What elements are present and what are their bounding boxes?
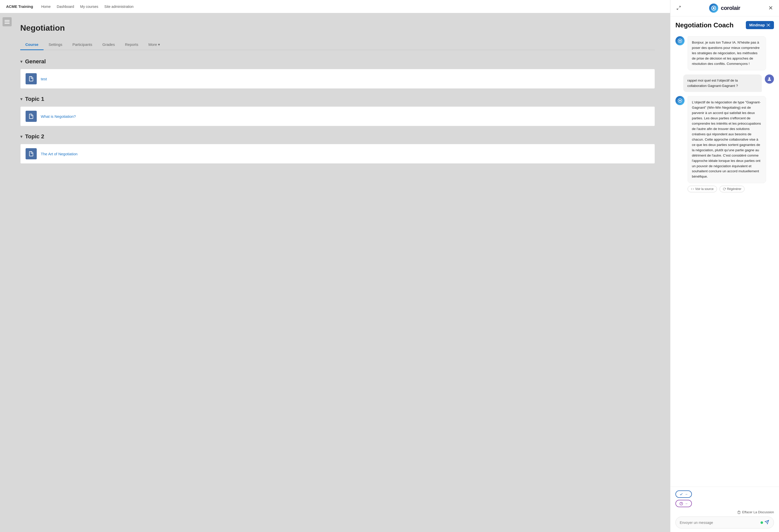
logo-circle — [709, 4, 718, 13]
rp-logo: corolair — [709, 4, 740, 13]
nav-dashboard[interactable]: Dashboard — [57, 5, 74, 9]
chevron-general-icon: ▾ — [20, 59, 22, 64]
svg-point-20 — [679, 100, 681, 102]
action-btn-row-2: → — [675, 500, 774, 507]
nav-my-courses[interactable]: My courses — [80, 5, 99, 9]
course-item-what-is-negotiation[interactable]: What is Negotiation? — [20, 106, 655, 126]
svg-line-14 — [767, 25, 768, 26]
svg-line-3 — [679, 6, 680, 7]
user-message-1-text: rappel moi quel est l'objectif de la col… — [687, 78, 738, 87]
message-user-1: rappel moi quel est l'objectif de la col… — [675, 74, 774, 92]
bubble-ai-2: L'objectif de la négociation de type "Ga… — [687, 96, 766, 183]
section-topic1-title: Topic 1 — [25, 96, 44, 102]
course-item-what-icon — [25, 111, 37, 122]
clear-chat-label: Effacer La Discussion — [742, 510, 774, 514]
chat-area: Bonjour, je suis ton Tuteur IA. N'hésite… — [670, 32, 779, 487]
message-ai-2: L'objectif de la négociation de type "Ga… — [675, 96, 774, 192]
svg-point-17 — [679, 40, 681, 42]
expand-button[interactable] — [675, 5, 682, 12]
ai-message-2-text: L'objectif de la négociation de type "Ga… — [692, 100, 761, 178]
course-item-art-icon — [25, 148, 37, 159]
svg-rect-0 — [5, 20, 10, 21]
svg-line-4 — [677, 8, 678, 9]
logo-text: corolair — [721, 5, 740, 11]
sidebar-toggle[interactable] — [3, 17, 12, 26]
svg-rect-1 — [5, 21, 10, 22]
svg-point-7 — [768, 24, 769, 25]
quick-actions: → → — [675, 490, 774, 507]
regenerate-button[interactable]: Régénérer — [719, 186, 745, 192]
course-item-art-of-negotiation[interactable]: The Art of Negotiation — [20, 144, 655, 164]
tab-more[interactable]: More ▾ — [143, 40, 165, 50]
tab-participants[interactable]: Participants — [67, 40, 97, 50]
tab-reports[interactable]: Reports — [120, 40, 143, 50]
section-general: ▾ General test — [20, 58, 655, 88]
send-button[interactable] — [764, 519, 770, 526]
mindmap-button[interactable]: Mindmap — [746, 21, 774, 29]
top-nav: ACME Training Home Dashboard My courses … — [0, 0, 670, 13]
coach-title-row: Negotiation Coach Mindmap — [670, 16, 779, 32]
section-topic1: ▾ Topic 1 What is Negotiation? — [20, 96, 655, 126]
close-button[interactable]: ✕ — [767, 4, 774, 12]
message-actions: Voir la source Régénérer — [687, 186, 766, 192]
site-name: ACME Training — [6, 4, 33, 9]
clear-chat-row: Effacer La Discussion — [675, 510, 774, 514]
section-topic2-header: ▾ Topic 2 — [20, 133, 655, 140]
quick-action-purple[interactable]: → — [675, 500, 692, 507]
section-topic1-header: ▾ Topic 1 — [20, 96, 655, 102]
section-general-header: ▾ General — [20, 58, 655, 65]
svg-rect-2 — [5, 23, 10, 24]
quick-action-purple-arrow: → — [684, 501, 688, 506]
ai-avatar-1 — [675, 36, 684, 45]
rp-header: corolair ✕ — [670, 0, 779, 16]
chevron-topic1-icon: ▾ — [20, 96, 22, 102]
svg-point-18 — [769, 77, 770, 79]
course-item-test-label: test — [41, 77, 47, 81]
nav-links: Home Dashboard My courses Site administr… — [41, 5, 134, 9]
section-topic2: ▾ Topic 2 The Art of Negotiation — [20, 133, 655, 164]
tabs: Course Settings Participants Grades Repo… — [20, 40, 655, 50]
bubble-ai-1: Bonjour, je suis ton Tuteur IA. N'hésite… — [687, 36, 766, 70]
message-input[interactable] — [680, 521, 761, 525]
section-topic2-title: Topic 2 — [25, 133, 44, 140]
ai-message-1-text: Bonjour, je suis ton Tuteur IA. N'hésite… — [692, 41, 760, 66]
coach-title: Negotiation Coach — [675, 21, 734, 29]
rp-bottom: → → Effa — [670, 487, 779, 532]
regenerate-btn-label: Régénérer — [727, 187, 741, 191]
tab-settings[interactable]: Settings — [44, 40, 67, 50]
ai-avatar-2 — [675, 96, 684, 105]
source-btn-label: Voir la source — [695, 187, 714, 191]
action-btn-row-1: → — [675, 490, 774, 498]
tab-course[interactable]: Course — [20, 40, 44, 50]
user-avatar — [765, 74, 774, 83]
svg-point-6 — [713, 7, 714, 9]
mindmap-label: Mindmap — [750, 23, 765, 27]
status-dot — [761, 521, 763, 524]
chevron-topic2-icon: ▾ — [20, 134, 22, 139]
bubble-user-1: rappel moi quel est l'objectif de la col… — [683, 74, 762, 92]
course-item-test[interactable]: test — [20, 69, 655, 88]
message-ai-1: Bonjour, je suis ton Tuteur IA. N'hésite… — [675, 36, 774, 70]
main-content: Negotiation Course Settings Participants… — [0, 13, 670, 532]
tab-grades[interactable]: Grades — [97, 40, 120, 50]
voir-source-button[interactable]: Voir la source — [687, 186, 717, 192]
section-general-title: General — [25, 58, 46, 65]
course-item-test-icon — [25, 73, 37, 84]
message-input-row — [675, 517, 774, 528]
quick-action-blue-arrow: → — [684, 492, 688, 496]
nav-site-admin[interactable]: Site administration — [104, 5, 133, 9]
quick-action-blue[interactable]: → — [675, 490, 692, 498]
nav-home[interactable]: Home — [41, 5, 51, 9]
right-panel: corolair ✕ Negotiation Coach Mindmap — [670, 0, 779, 532]
left-panel: ACME Training Home Dashboard My courses … — [0, 0, 670, 532]
svg-line-15 — [768, 25, 770, 26]
page-title: Negotiation — [20, 23, 655, 33]
course-item-art-label: The Art of Negotiation — [41, 152, 77, 156]
clear-chat-button[interactable]: Effacer La Discussion — [737, 510, 774, 514]
course-item-what-label: What is Negotiation? — [41, 114, 76, 119]
